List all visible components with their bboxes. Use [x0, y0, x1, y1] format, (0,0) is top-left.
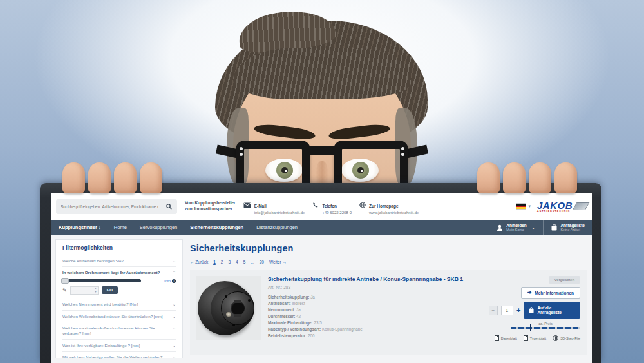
- filter-wellenabstand[interactable]: Welchen Wellenabstand müssen Sie überbrü…: [62, 310, 176, 322]
- filter-nennmoment[interactable]: Welches Nennmoment wird benötigt? [Nm] ⌄: [62, 299, 176, 310]
- homepage-label: Zur Homepage: [369, 204, 399, 208]
- nav-sicherheitskupplungen[interactable]: Sicherheitskupplungen: [190, 224, 243, 230]
- bag-icon: [529, 304, 534, 316]
- slider-handle[interactable]: [61, 278, 69, 284]
- bag-icon: [551, 222, 557, 233]
- detail-einbaulaenge: Maximale Einbaulänge: 23.5: [268, 320, 482, 326]
- spinner-icon[interactable]: ▴▾: [95, 287, 98, 293]
- right-hand-fingers: [477, 162, 577, 193]
- pagination-page-1[interactable]: 1: [213, 260, 216, 264]
- search-button[interactable]: [160, 199, 177, 214]
- user-icon: [497, 222, 503, 233]
- chevron-down-icon: ⌄: [173, 314, 176, 319]
- nav-servokupplungen[interactable]: Servokupplungen: [140, 224, 177, 230]
- detail-antriebsart: Antriebsart: indirekt: [268, 300, 482, 307]
- search-box: [56, 199, 177, 214]
- detail-sicherheitskupplung: Sicherheitskupplung: Ja: [268, 294, 482, 300]
- filter-antriebsart[interactable]: Welche Antriebsart benötigen Sie? ⌄: [62, 255, 176, 266]
- pagination-next[interactable]: Weiter →: [269, 260, 287, 264]
- search-icon: [166, 204, 172, 210]
- contact-phone[interactable]: Telefon +49 6022 2208-0: [312, 199, 352, 215]
- product-art-no: Art.-Nr.: 283: [268, 285, 482, 289]
- info-icon: i: [172, 279, 176, 283]
- filter-aussendurchmesser[interactable]: Welchen maximalen Außendurchmesser könne…: [62, 322, 176, 339]
- contact-homepage[interactable]: Zur Homepage www.jakobantriebstechnik.de: [359, 199, 419, 215]
- chevron-down-icon: ⌄: [173, 343, 176, 348]
- detail-nabentyp: Nabentyp / Verbindungsart: Konus-Spannri…: [268, 326, 482, 333]
- compare-button[interactable]: vergleichen: [549, 276, 580, 284]
- info-link[interactable]: info i: [164, 279, 176, 283]
- request-list-label: Anfrageliste: [560, 223, 585, 228]
- account-menu[interactable]: Anmelden Mein Konto ⌄: [489, 220, 543, 235]
- chevron-down-icon: ⌄: [173, 326, 176, 337]
- envelope-icon: [243, 199, 251, 211]
- logo-subtext: ANTRIEBSTECHNIK: [537, 210, 573, 213]
- arrow-down-icon: ↓: [99, 224, 101, 230]
- add-to-request-list-button[interactable]: Auf die Anfrageliste: [524, 302, 580, 319]
- monitor: Vom Kupplungshersteller zum Innovationsp…: [40, 183, 601, 363]
- nav-kupplungsfinder[interactable]: Kupplungsfinder ↓: [59, 224, 101, 230]
- chevron-down-icon: ▾: [528, 204, 531, 209]
- quantity-increase-button[interactable]: +: [516, 307, 520, 314]
- person-peeking: [207, 12, 437, 199]
- more-info-button[interactable]: ➜ Mehr Informationen: [521, 287, 580, 299]
- pagination: ← Zurück 1 2 3 4 5 ... 20 Weiter →: [190, 260, 587, 264]
- quantity-decrease-button[interactable]: −: [489, 306, 498, 315]
- pagination-page-3[interactable]: 3: [228, 260, 231, 264]
- detail-nennmoment: Nennmoment: Ja: [268, 307, 482, 313]
- pagination-page-20[interactable]: 20: [260, 260, 264, 264]
- filter-sidebar: Filtermöglichkeiten Welche Antriebsart b…: [55, 239, 183, 358]
- search-input[interactable]: [56, 204, 160, 209]
- torque-slider[interactable]: [62, 279, 141, 282]
- chevron-up-icon: ⌃: [173, 270, 176, 275]
- filter-nabentyp[interactable]: Mit welchem Nabentyp wollen Sie die Well…: [62, 351, 176, 363]
- filters-title: Filtermöglichkeiten: [62, 244, 176, 255]
- email-value: info@jakobantriebstechnik.de: [254, 211, 305, 215]
- download-typenblatt[interactable]: Typenblatt: [524, 335, 546, 341]
- results-area: Sicherheitskupplungen ← Zurück 1 2 3 4 5…: [187, 239, 588, 358]
- jakob-logo[interactable]: JAKOB ANTRIEBSTECHNIK: [537, 201, 587, 213]
- homepage-value: www.jakobantriebstechnik.de: [369, 211, 419, 215]
- email-label: E-Mail: [254, 204, 267, 208]
- german-flag-icon: [516, 203, 526, 210]
- go-button[interactable]: GO: [102, 286, 118, 294]
- product-image[interactable]: [196, 276, 261, 340]
- filter-drehmoment[interactable]: In welchem Drehmoment liegt Ihr Ausrückm…: [62, 266, 176, 278]
- pagination-ellipsis: ...: [251, 260, 254, 264]
- chevron-down-icon: ⌄: [173, 355, 176, 360]
- screen: Vom Kupplungshersteller zum Innovationsp…: [51, 193, 592, 363]
- product-title[interactable]: Sicherheitskupplung für indirekte Antrie…: [268, 276, 482, 283]
- chevron-down-icon: ⌄: [531, 224, 536, 230]
- nav-distanzkupplungen[interactable]: Distanzkupplungen: [256, 224, 298, 230]
- download-datenblatt[interactable]: Datenblatt: [495, 335, 517, 341]
- pagination-page-5[interactable]: 5: [243, 260, 246, 264]
- globe-icon: [359, 199, 366, 211]
- price-scale: [511, 327, 580, 329]
- request-list-button[interactable]: Anfrageliste Keine Artikel: [543, 220, 592, 235]
- torque-value-input[interactable]: ▴▾: [70, 286, 99, 295]
- filter-drehmoment-panel: info i ✎ ▴▾ GO: [62, 279, 176, 299]
- phone-icon: [312, 199, 319, 211]
- download-3d-step-file[interactable]: 3D-Step-File: [553, 335, 580, 341]
- glasses-bridge: [308, 146, 336, 155]
- document-icon: [495, 335, 499, 341]
- contact-email[interactable]: E-Mail info@jakobantriebstechnik.de: [243, 199, 305, 215]
- detail-betriebstemperatur: Betriebstemperatur: 200: [268, 333, 482, 339]
- price-label: ca. Preis: [511, 322, 580, 326]
- arrow-right-icon: ➜: [527, 290, 532, 295]
- pagination-prev[interactable]: ← Zurück: [190, 260, 208, 264]
- language-selector[interactable]: ▾: [516, 203, 531, 210]
- nav-home[interactable]: Home: [114, 224, 127, 230]
- phone-value: +49 6022 2208-0: [322, 211, 352, 215]
- quantity-value[interactable]: 1: [501, 306, 513, 315]
- filter-einbaulaenge[interactable]: Was ist Ihre verfügbare Einbaulänge ? [m…: [62, 339, 176, 351]
- account-label: Anmelden: [506, 223, 526, 228]
- request-list-sublabel: Keine Artikel: [560, 228, 585, 231]
- account-sublabel: Mein Konto: [506, 228, 526, 231]
- product-card: Sicherheitskupplung für indirekte Antrie…: [190, 270, 587, 355]
- site-header: Vom Kupplungshersteller zum Innovationsp…: [51, 193, 592, 220]
- pagination-page-4[interactable]: 4: [236, 260, 238, 264]
- pagination-page-2[interactable]: 2: [221, 260, 223, 264]
- main-nav: Kupplungsfinder ↓ Home Servokupplungen S…: [51, 220, 592, 235]
- logo-mark-icon: [573, 202, 590, 210]
